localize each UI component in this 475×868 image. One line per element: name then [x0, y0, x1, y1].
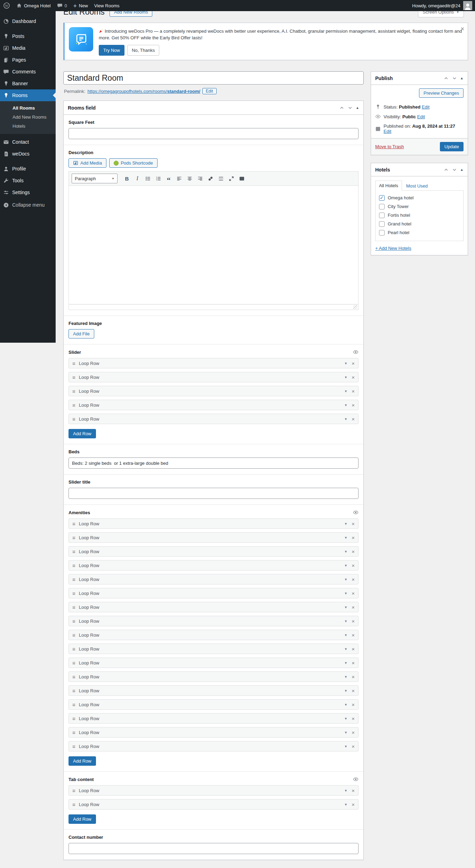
- drag-handle-icon[interactable]: ≡: [72, 549, 75, 555]
- update-button[interactable]: Update: [440, 142, 464, 151]
- add-file-button[interactable]: Add File: [69, 329, 94, 339]
- remove-row-icon[interactable]: ×: [352, 576, 355, 582]
- loop-row[interactable]: ≡ Loop Row ▾ ×: [69, 372, 359, 382]
- drag-handle-icon[interactable]: ≡: [72, 563, 75, 568]
- hotel-checkbox-item[interactable]: City Tower: [379, 202, 460, 211]
- loop-row[interactable]: ≡ Loop Row ▾ ×: [69, 358, 359, 368]
- permalink-link[interactable]: https://omegagroupofhotels.com/rooms/sta…: [87, 89, 200, 94]
- sidebar-item-posts[interactable]: Posts: [0, 30, 56, 42]
- edit-date-link[interactable]: Edit: [384, 129, 391, 134]
- sidebar-item-comments[interactable]: Comments: [0, 66, 56, 78]
- collapse-panel-icon[interactable]: ▲: [460, 168, 464, 172]
- numbered-list-icon[interactable]: 123: [154, 174, 163, 183]
- edit-permalink-button[interactable]: Edit: [202, 88, 217, 94]
- drag-handle-icon[interactable]: ≡: [72, 688, 75, 694]
- move-down-icon[interactable]: [347, 105, 353, 111]
- bulleted-list-icon[interactable]: [143, 174, 152, 183]
- loop-row[interactable]: ≡ Loop Row ▾ ×: [69, 671, 359, 682]
- drag-handle-icon[interactable]: ≡: [72, 590, 75, 596]
- tab-most-used[interactable]: Most Used: [402, 181, 432, 191]
- loop-row[interactable]: ≡ Loop Row ▾ ×: [69, 574, 359, 584]
- try-now-button[interactable]: Try Now: [99, 45, 124, 56]
- drag-handle-icon[interactable]: ≡: [72, 702, 75, 708]
- chevron-down-icon[interactable]: ▾: [345, 788, 347, 793]
- loop-row[interactable]: ≡ Loop Row ▾ ×: [69, 644, 359, 654]
- chevron-down-icon[interactable]: ▾: [345, 605, 347, 610]
- chevron-down-icon[interactable]: ▾: [345, 521, 347, 526]
- contact-number-input[interactable]: [69, 843, 359, 854]
- my-account-menu[interactable]: Howdy, omegaeditr@24: [412, 0, 475, 11]
- link-icon[interactable]: [206, 174, 215, 183]
- loop-row[interactable]: ≡ Loop Row ▾ ×: [69, 400, 359, 410]
- wordpress-logo[interactable]: W: [0, 0, 13, 11]
- chevron-down-icon[interactable]: ▾: [345, 535, 347, 540]
- collapse-menu-button[interactable]: Collapse menu: [0, 199, 56, 211]
- remove-row-icon[interactable]: ×: [352, 716, 355, 722]
- chevron-down-icon[interactable]: ▾: [345, 730, 347, 735]
- chevron-down-icon[interactable]: ▾: [345, 633, 347, 637]
- rooms-submenu-item[interactable]: Hotels: [0, 122, 56, 131]
- description-editor-area[interactable]: [69, 186, 359, 304]
- remove-row-icon[interactable]: ×: [352, 646, 355, 652]
- resize-handle[interactable]: [353, 305, 357, 309]
- add-new-hotels-link[interactable]: + Add New Hotels: [375, 246, 411, 251]
- loop-row[interactable]: ≡ Loop Row ▾ ×: [69, 785, 359, 796]
- sidebar-item-contact[interactable]: Contact: [0, 136, 56, 148]
- collapse-panel-icon[interactable]: ▲: [356, 106, 359, 110]
- checkbox[interactable]: [379, 230, 385, 236]
- drag-handle-icon[interactable]: ≡: [72, 576, 75, 582]
- chevron-down-icon[interactable]: ▾: [345, 361, 347, 366]
- view-rooms-menu[interactable]: View Rooms: [91, 0, 123, 11]
- bold-icon[interactable]: B: [122, 174, 131, 183]
- beds-input[interactable]: [69, 457, 359, 469]
- blockquote-icon[interactable]: “: [164, 174, 173, 183]
- checkbox[interactable]: [379, 213, 385, 218]
- chevron-down-icon[interactable]: ▾: [345, 619, 347, 623]
- pods-shortcode-button[interactable]: Pods Shortcode: [109, 158, 158, 168]
- move-up-icon[interactable]: [339, 105, 345, 111]
- checkbox[interactable]: [379, 221, 385, 227]
- chevron-down-icon[interactable]: ▾: [345, 591, 347, 596]
- chevron-down-icon[interactable]: ▾: [345, 702, 347, 707]
- drag-handle-icon[interactable]: ≡: [72, 388, 75, 394]
- loop-row[interactable]: ≡ Loop Row ▾ ×: [69, 518, 359, 529]
- drag-handle-icon[interactable]: ≡: [72, 802, 75, 807]
- loop-row[interactable]: ≡ Loop Row ▾ ×: [69, 799, 359, 810]
- edit-visibility-link[interactable]: Edit: [417, 114, 425, 119]
- remove-row-icon[interactable]: ×: [352, 730, 355, 735]
- hotel-checkbox-item[interactable]: Pearl hotel: [379, 228, 460, 237]
- toolbar-toggle-icon[interactable]: [237, 174, 246, 183]
- loop-row[interactable]: ≡ Loop Row ▾ ×: [69, 560, 359, 571]
- remove-row-icon[interactable]: ×: [352, 618, 355, 624]
- sidebar-item-wedocs[interactable]: weDocs: [0, 148, 56, 160]
- drag-handle-icon[interactable]: ≡: [72, 374, 75, 380]
- tab-all-hotels[interactable]: All Hotels: [375, 181, 402, 191]
- move-down-icon[interactable]: [452, 167, 457, 173]
- hotel-checkbox-item[interactable]: Fortis hotel: [379, 211, 460, 220]
- comments-menu[interactable]: 0: [54, 0, 70, 11]
- chevron-down-icon[interactable]: ▾: [345, 744, 347, 749]
- chevron-down-icon[interactable]: ▾: [345, 577, 347, 582]
- checkbox[interactable]: [379, 204, 385, 209]
- rooms-submenu-item[interactable]: All Rooms: [0, 104, 56, 113]
- remove-row-icon[interactable]: ×: [352, 590, 355, 596]
- move-down-icon[interactable]: [452, 75, 457, 81]
- drag-handle-icon[interactable]: ≡: [72, 604, 75, 610]
- loop-row[interactable]: ≡ Loop Row ▾ ×: [69, 658, 359, 668]
- remove-row-icon[interactable]: ×: [352, 688, 355, 694]
- read-more-icon[interactable]: [216, 174, 225, 183]
- loop-row[interactable]: ≡ Loop Row ▾ ×: [69, 386, 359, 396]
- chevron-down-icon[interactable]: ▾: [345, 389, 347, 393]
- drag-handle-icon[interactable]: ≡: [72, 632, 75, 638]
- loop-row[interactable]: ≡ Loop Row ▾ ×: [69, 602, 359, 612]
- remove-row-icon[interactable]: ×: [352, 549, 355, 555]
- remove-row-icon[interactable]: ×: [352, 604, 355, 610]
- chevron-down-icon[interactable]: ▾: [345, 549, 347, 554]
- align-center-icon[interactable]: [185, 174, 194, 183]
- move-up-icon[interactable]: [443, 167, 449, 173]
- fullscreen-icon[interactable]: [227, 174, 236, 183]
- drag-handle-icon[interactable]: ≡: [72, 360, 75, 366]
- dismiss-notice-icon[interactable]: ×: [460, 26, 464, 32]
- paragraph-format-select[interactable]: Paragraph ▼: [72, 174, 118, 183]
- sidebar-item-profile[interactable]: Profile: [0, 163, 56, 175]
